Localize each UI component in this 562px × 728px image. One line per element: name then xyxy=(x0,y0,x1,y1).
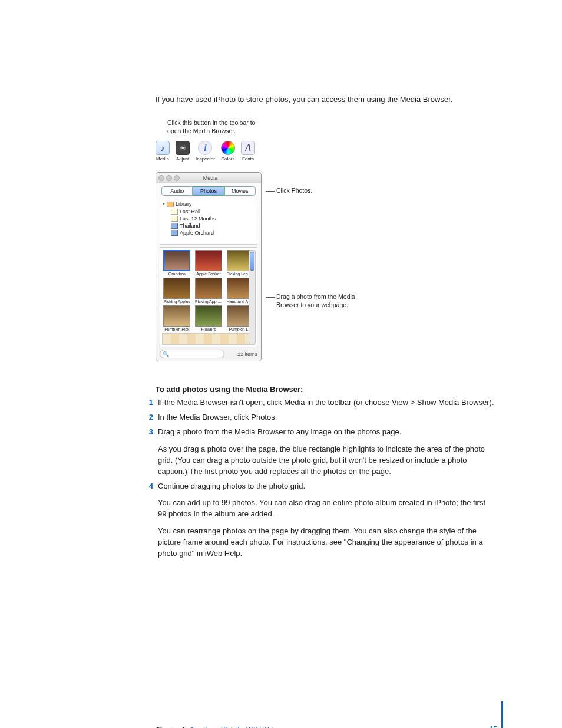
photo-thumbnail xyxy=(195,278,222,299)
toolbar-inspector-button[interactable]: i Inspector xyxy=(196,141,215,162)
panel-title: Media xyxy=(180,175,241,181)
page-footer: Chapter 1 Creating a Website With iWeb 1… xyxy=(156,725,497,728)
page-number: 15 xyxy=(490,725,497,728)
album-icon xyxy=(171,223,178,229)
step-1: 1 If the Media Browser isn't open, click… xyxy=(146,397,495,409)
step-3-detail: As you drag a photo over the page, the b… xyxy=(158,444,495,477)
photo-thumbnail xyxy=(163,250,190,271)
thumb-grandma[interactable]: Grandma xyxy=(162,250,192,276)
section-heading: To add photos using the Media Browser: xyxy=(156,385,495,394)
tree-apple-orchard[interactable]: Apple Orchard xyxy=(161,229,256,236)
minimize-icon[interactable] xyxy=(166,175,172,181)
tree-last-roll[interactable]: Last Roll xyxy=(161,208,256,215)
thumbnail-grid: Grandma Apple Basket Picking Leaves Pick… xyxy=(160,247,257,347)
callout-drag-photo: Drag a photo from the Media Browser to y… xyxy=(276,293,371,309)
steps-list: 1 If the Media Browser isn't open, click… xyxy=(146,397,495,559)
callout-top: Click this button in the toolbar to open… xyxy=(167,119,256,135)
step-2: 2 In the Media Browser, click Photos. xyxy=(146,412,495,423)
disclosure-triangle-icon[interactable]: ▾ xyxy=(163,201,165,207)
step-number: 3 xyxy=(146,427,153,477)
thumb-picking-apples[interactable]: Picking Apples xyxy=(162,278,192,304)
step-4: 4 Continue dragging photos to the photo … xyxy=(146,481,495,559)
toolbar-fonts-button[interactable]: A Fonts xyxy=(241,141,255,162)
photo-thumbnail xyxy=(195,250,222,271)
fonts-icon: A xyxy=(241,141,255,155)
thumb-picking-apple2[interactable]: Picking Apple… xyxy=(194,278,224,304)
zoom-icon[interactable] xyxy=(174,175,180,181)
intro-text: If you have used iPhoto to store photos,… xyxy=(156,94,495,105)
scrollbar[interactable] xyxy=(249,250,256,344)
tree-last-12[interactable]: Last 12 Months xyxy=(161,215,256,222)
panel-titlebar: Media xyxy=(156,173,261,183)
album-icon xyxy=(171,230,178,236)
toolbar-adjust-button[interactable]: ☀ Adjust xyxy=(176,141,190,162)
thumb-apple-basket[interactable]: Apple Basket xyxy=(194,250,224,276)
callout-click-photos: Click Photos. xyxy=(276,187,371,195)
toolbar-colors-button[interactable]: Colors xyxy=(221,141,235,162)
step-number: 1 xyxy=(146,397,153,409)
tab-photos[interactable]: Photos xyxy=(193,186,224,196)
colors-icon xyxy=(221,141,235,155)
thumb-strip[interactable] xyxy=(162,333,255,345)
media-icon: ♪ xyxy=(156,141,170,155)
tree-library[interactable]: ▾ Library xyxy=(161,200,256,207)
scrollbar-thumb[interactable] xyxy=(250,252,254,271)
folder-icon xyxy=(167,202,174,207)
inspector-icon: i xyxy=(198,141,212,155)
adjust-icon: ☀ xyxy=(176,141,190,155)
photo-thumbnail xyxy=(163,278,190,299)
calendar-icon xyxy=(171,216,178,222)
figure: Click this button in the toolbar to open… xyxy=(156,119,495,361)
step-3: 3 Drag a photo from the Media Browser to… xyxy=(146,427,495,477)
step-number: 2 xyxy=(146,412,153,423)
roll-icon xyxy=(171,209,178,215)
tab-movies[interactable]: Movies xyxy=(224,186,256,196)
photo-thumbnail xyxy=(195,305,222,327)
media-browser-panel: Media Audio Photos Movies ▾ Library Last… xyxy=(156,172,262,361)
thumb-pumpkin-pick[interactable]: Pumpkin Pick xyxy=(162,305,192,331)
step-4-detail-b: You can rearrange photos on the page by … xyxy=(158,526,495,559)
search-icon: 🔍 xyxy=(163,351,169,357)
footer-rule xyxy=(501,701,503,728)
photo-thumbnail xyxy=(163,305,190,327)
toolbar: ♪ Media ☀ Adjust i Inspector Colors A Fo… xyxy=(156,141,495,162)
item-count: 22 items xyxy=(237,351,257,357)
step-4-detail-a: You can add up to 99 photos. You can als… xyxy=(158,498,495,520)
close-icon[interactable] xyxy=(158,175,164,181)
media-tabs: Audio Photos Movies xyxy=(161,186,256,196)
step-number: 4 xyxy=(146,481,153,559)
thumb-flowers[interactable]: Flowers xyxy=(194,305,224,331)
search-field[interactable]: 🔍 xyxy=(160,350,224,358)
tree-thailand[interactable]: Thailand xyxy=(161,222,256,229)
toolbar-media-button[interactable]: ♪ Media xyxy=(156,141,170,162)
source-tree[interactable]: ▾ Library Last Roll Last 12 Months Thail… xyxy=(160,199,257,245)
tab-audio[interactable]: Audio xyxy=(161,186,193,196)
